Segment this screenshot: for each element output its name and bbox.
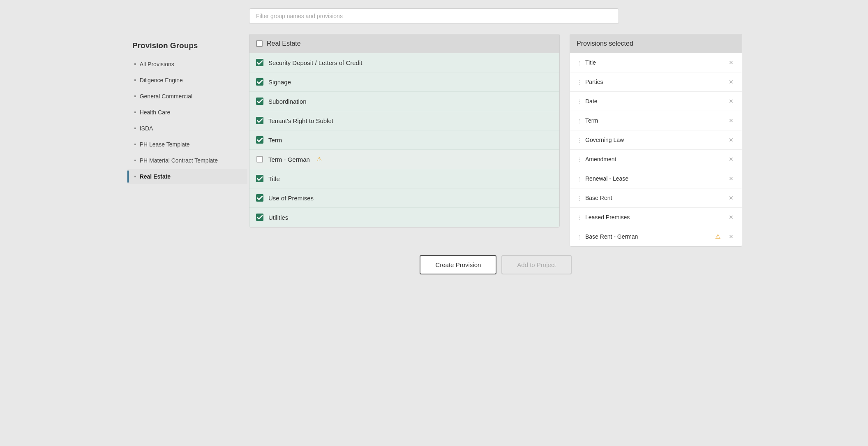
sidebar-item-ph-lease-template[interactable]: ▪PH Lease Template (127, 137, 247, 152)
bottom-buttons: Create Provision Add to Project (249, 255, 742, 279)
sidebar-item-real-estate[interactable]: ▪Real Estate (127, 169, 247, 184)
remove-item-button[interactable]: ✕ (727, 194, 735, 202)
drag-handle-icon[interactable]: ⋮ (577, 156, 582, 163)
checked-icon (256, 117, 263, 124)
selected-item-label: Date (585, 98, 724, 105)
panels-row: Real Estate Security Deposit / Letters o… (249, 34, 742, 247)
search-input[interactable] (249, 8, 619, 24)
provision-list: Security Deposit / Letters of Credit Sig… (249, 53, 559, 227)
remove-item-button[interactable]: ✕ (727, 97, 735, 105)
sidebar-item-ph-material-contract-template[interactable]: ▪PH Material Contract Template (127, 153, 247, 168)
provisions-panel: Real Estate Security Deposit / Letters o… (249, 34, 560, 228)
selected-item-title: ⋮Title✕ (570, 53, 742, 72)
right-panel-header: Provisions selected (570, 34, 742, 53)
selected-item-base-rent: ⋮Base Rent✕ (570, 188, 742, 208)
remove-item-button[interactable]: ✕ (727, 232, 735, 241)
provision-item-signage[interactable]: Signage (249, 72, 559, 92)
checked-icon (256, 194, 263, 202)
provision-label: Tenant's Right to Sublet (268, 117, 333, 124)
sidebar-item-isda[interactable]: ▪ISDA (127, 121, 247, 136)
selected-item-date: ⋮Date✕ (570, 92, 742, 111)
sidebar-item-label: PH Material Contract Template (140, 157, 218, 164)
sidebar-item-label: Real Estate (140, 173, 171, 180)
provision-item-use-of-premises[interactable]: Use of Premises (249, 188, 559, 208)
remove-item-button[interactable]: ✕ (727, 58, 735, 67)
drag-handle-icon[interactable]: ⋮ (577, 98, 582, 105)
selected-item-parties: ⋮Parties✕ (570, 72, 742, 92)
provision-item-subordination[interactable]: Subordination (249, 92, 559, 111)
remove-item-button[interactable]: ✕ (727, 116, 735, 125)
create-provision-button[interactable]: Create Provision (420, 255, 496, 274)
selected-item-label: Base Rent (585, 195, 724, 201)
provision-item-security-deposit[interactable]: Security Deposit / Letters of Credit (249, 53, 559, 72)
drag-handle-icon[interactable]: ⋮ (577, 195, 582, 201)
selected-item-label: Term (585, 117, 724, 124)
sidebar-item-label: General Commercial (140, 93, 192, 100)
real-estate-checkbox[interactable] (256, 40, 263, 47)
unchecked-checkbox (256, 156, 263, 163)
provision-label: Title (268, 175, 280, 182)
folder-icon: ▪ (134, 93, 136, 100)
drag-handle-icon[interactable]: ⋮ (577, 79, 582, 85)
selected-item-label: Title (585, 59, 724, 66)
remove-item-button[interactable]: ✕ (727, 78, 735, 86)
provision-label: Use of Premises (268, 195, 314, 202)
checked-icon (256, 175, 263, 182)
add-to-project-button[interactable]: Add to Project (501, 255, 571, 274)
sidebar: Provision Groups ▪All Provisions▪Diligen… (126, 34, 249, 189)
checked-icon (256, 98, 263, 105)
provision-label: Utilities (268, 214, 288, 221)
selected-item-amendment: ⋮Amendment✕ (570, 150, 742, 169)
selected-item-label: Parties (585, 79, 724, 85)
selected-item-label: Base Rent - German (585, 233, 710, 240)
checked-icon (256, 214, 263, 221)
remove-item-button[interactable]: ✕ (727, 136, 735, 144)
sidebar-item-label: Health Care (140, 109, 171, 116)
middle-panel-header: Real Estate (249, 34, 559, 53)
provision-item-term[interactable]: Term (249, 130, 559, 150)
provision-item-title[interactable]: Title (249, 169, 559, 188)
selected-item-renewal-lease: ⋮Renewal - Lease✕ (570, 169, 742, 188)
provision-label: Signage (268, 79, 291, 86)
remove-item-button[interactable]: ✕ (727, 213, 735, 221)
main-container: Provision Groups ▪All Provisions▪Diligen… (126, 34, 742, 279)
drag-handle-icon[interactable]: ⋮ (577, 214, 582, 221)
drag-handle-icon[interactable]: ⋮ (577, 60, 582, 66)
sidebar-item-label: ISDA (140, 125, 153, 132)
drag-handle-icon[interactable]: ⋮ (577, 137, 582, 143)
sidebar-item-diligence-engine[interactable]: ▪Diligence Engine (127, 72, 247, 88)
checked-icon (256, 136, 263, 144)
sidebar-item-general-commercial[interactable]: ▪General Commercial (127, 88, 247, 104)
sidebar-item-health-care[interactable]: ▪Health Care (127, 105, 247, 120)
remove-item-button[interactable]: ✕ (727, 174, 735, 183)
selected-item-label: Amendment (585, 156, 724, 163)
folder-icon: ▪ (134, 141, 136, 148)
warning-icon: ⚠ (316, 156, 322, 163)
folder-icon: ▪ (134, 109, 136, 116)
remove-item-button[interactable]: ✕ (727, 155, 735, 163)
folder-icon: ▪ (134, 60, 136, 68)
sidebar-item-label: PH Lease Template (140, 141, 190, 148)
sidebar-item-label: All Provisions (140, 61, 174, 67)
provision-item-utilities[interactable]: Utilities (249, 208, 559, 227)
selected-item-label: Governing Law (585, 137, 724, 143)
drag-handle-icon[interactable]: ⋮ (577, 234, 582, 240)
provision-item-tenants-right[interactable]: Tenant's Right to Sublet (249, 111, 559, 130)
selected-item-label: Leased Premises (585, 214, 724, 221)
folder-icon: ▪ (134, 77, 136, 84)
selected-item-leased-premises: ⋮Leased Premises✕ (570, 208, 742, 227)
checked-icon (256, 78, 263, 86)
folder-icon: ▪ (134, 157, 136, 164)
selected-list: ⋮Title✕⋮Parties✕⋮Date✕⋮Term✕⋮Governing L… (570, 53, 742, 246)
provision-item-term-german[interactable]: Term - German⚠ (249, 150, 559, 169)
right-panel: Provisions selected ⋮Title✕⋮Parties✕⋮Dat… (570, 34, 742, 247)
drag-handle-icon[interactable]: ⋮ (577, 176, 582, 182)
selected-item-label: Renewal - Lease (585, 175, 724, 182)
search-bar-container (249, 8, 619, 24)
sidebar-item-all-provisions[interactable]: ▪All Provisions (127, 56, 247, 72)
folder-icon: ▪ (134, 125, 136, 132)
provision-label: Term (268, 137, 282, 144)
provision-label: Subordination (268, 98, 307, 105)
drag-handle-icon[interactable]: ⋮ (577, 118, 582, 124)
middle-panel-title: Real Estate (267, 40, 301, 47)
